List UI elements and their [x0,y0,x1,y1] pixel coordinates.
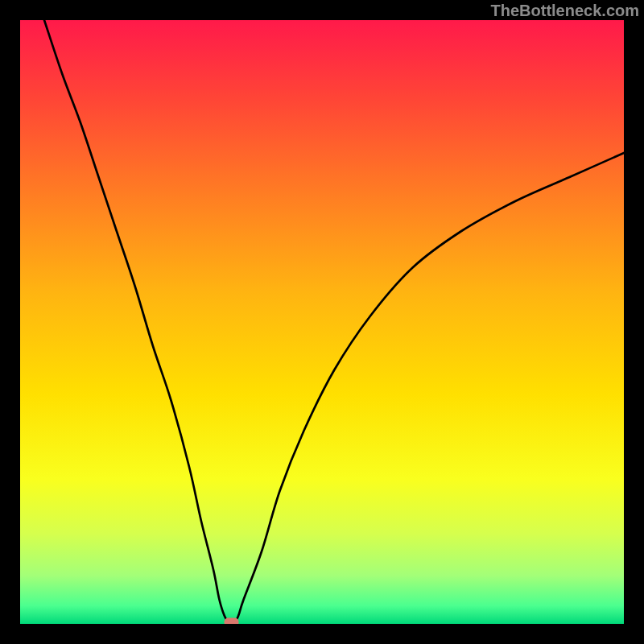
watermark-label: TheBottleneck.com [491,2,639,20]
optimum-point-marker [225,618,239,625]
chart-svg [20,20,624,624]
bottleneck-curve [44,20,624,624]
plot-area [20,20,624,624]
chart-frame: TheBottleneck.com [0,0,644,644]
